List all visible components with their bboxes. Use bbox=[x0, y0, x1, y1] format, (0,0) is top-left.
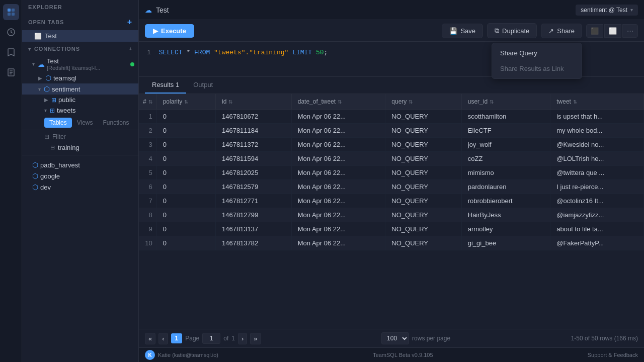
cell-num: 8 bbox=[139, 208, 156, 222]
share-query-option[interactable]: Share Query bbox=[492, 45, 582, 61]
duplicate-label: Duplicate bbox=[502, 27, 529, 35]
layout-buttons: ⬛ ⬜ ⋯ bbox=[586, 24, 638, 38]
page-of-label: of bbox=[223, 335, 228, 342]
table-row: 10 0 1467813782 Mon Apr 06 22... NO_QUER… bbox=[139, 236, 644, 250]
cell-date: Mon Apr 06 22... bbox=[291, 180, 385, 194]
connection-selector[interactable]: sentiment @ Test ▾ bbox=[576, 5, 638, 16]
cell-tweet: @twittera que ... bbox=[550, 166, 644, 180]
connection-test[interactable]: ▾ ☁ Test [Redshift] \teamsql-l... bbox=[22, 56, 138, 72]
cell-query: NO_QUERY bbox=[385, 166, 461, 180]
tab-results-1[interactable]: Results 1 bbox=[145, 77, 186, 94]
duplicate-button[interactable]: ⧉ Duplicate bbox=[487, 23, 537, 38]
layout-more-button[interactable]: ⋯ bbox=[622, 24, 638, 38]
cell-date: Mon Apr 06 22... bbox=[291, 166, 385, 180]
page-last-button[interactable]: » bbox=[250, 333, 261, 344]
cell-date: Mon Apr 06 22... bbox=[291, 222, 385, 236]
share-button[interactable]: ↗ Share bbox=[541, 24, 582, 38]
db-sentiment-label: sentiment bbox=[52, 85, 80, 93]
bookmarks-icon[interactable] bbox=[3, 44, 19, 60]
cell-date: Mon Apr 06 22... bbox=[291, 194, 385, 208]
db-dev[interactable]: ⬡ dev bbox=[22, 182, 138, 193]
connection-test-sublabel: [Redshift] \teamsql-l... bbox=[47, 65, 100, 71]
explorer-icon[interactable] bbox=[3, 4, 19, 20]
filter-label: Filter bbox=[52, 133, 66, 140]
cell-tweet: @Kwesidei no... bbox=[550, 138, 644, 152]
rows-per-page-select[interactable]: 100 50 25 bbox=[381, 332, 409, 344]
add-connection-button[interactable]: + bbox=[129, 46, 132, 52]
user-info: K Katie (katie@teamsql.io) bbox=[145, 350, 218, 360]
cell-date: Mon Apr 06 22... bbox=[291, 236, 385, 250]
save-button[interactable]: 💾 Save bbox=[442, 24, 483, 38]
page-prev-button[interactable]: ‹ bbox=[158, 333, 168, 344]
filter-row: ⊟ Filter bbox=[22, 131, 138, 142]
test-chevron-icon: ▾ bbox=[32, 61, 35, 67]
schema-public[interactable]: ▶ ⊞ public bbox=[22, 95, 138, 105]
topbar: ☁ Test sentiment @ Test ▾ bbox=[139, 0, 644, 20]
results-table-wrapper[interactable]: #⇅ polarity⇅ id⇅ date_of_tweet⇅ query⇅ u… bbox=[139, 94, 644, 329]
cell-date: Mon Apr 06 22... bbox=[291, 138, 385, 152]
cell-id: 1467811184 bbox=[215, 124, 291, 138]
add-tab-button[interactable]: + bbox=[127, 18, 132, 26]
execute-button[interactable]: ▶ Execute bbox=[145, 24, 194, 38]
support-link[interactable]: Support & Feedback bbox=[588, 352, 638, 358]
col-query[interactable]: query⇅ bbox=[385, 94, 461, 110]
schema-tweets[interactable]: ▾ ⊞ tweets bbox=[22, 105, 138, 116]
cell-tweet: @iamjazzyfizz... bbox=[550, 208, 644, 222]
tab-output[interactable]: Output bbox=[186, 77, 220, 94]
col-num: #⇅ bbox=[139, 94, 156, 110]
connections-header[interactable]: ▾ CONNECTIONS + bbox=[22, 42, 138, 56]
cell-polarity: 0 bbox=[156, 236, 215, 250]
db-sentiment[interactable]: ▾ ⬡ sentiment bbox=[22, 83, 138, 95]
cell-id: 1467812025 bbox=[215, 166, 291, 180]
cell-num: 7 bbox=[139, 194, 156, 208]
col-id[interactable]: id⇅ bbox=[215, 94, 291, 110]
tab-tables[interactable]: Tables bbox=[44, 118, 72, 128]
cell-tweet: is upset that h... bbox=[550, 110, 644, 124]
tweets-chevron-icon: ▾ bbox=[44, 108, 47, 113]
cell-query: NO_QUERY bbox=[385, 222, 461, 236]
cell-id: 1467812771 bbox=[215, 194, 291, 208]
tab-functions[interactable]: Functions bbox=[98, 118, 134, 128]
docs-icon[interactable] bbox=[3, 64, 19, 80]
filter-icon: ⊟ bbox=[44, 133, 49, 140]
schema-public-icon: ⊞ bbox=[51, 97, 56, 104]
table-row: 6 0 1467812579 Mon Apr 06 22... NO_QUERY… bbox=[139, 180, 644, 194]
connection-selector-label: sentiment @ Test bbox=[581, 7, 627, 14]
cell-userid: mimismo bbox=[461, 166, 550, 180]
table-row: 7 0 1467812771 Mon Apr 06 22... NO_QUERY… bbox=[139, 194, 644, 208]
cell-date: Mon Apr 06 22... bbox=[291, 208, 385, 222]
db-padb-label: padb_harvest bbox=[40, 161, 80, 169]
main-panel: ☁ Test sentiment @ Test ▾ ▶ Execute 💾 Sa… bbox=[139, 0, 644, 362]
page-first-button[interactable]: « bbox=[145, 333, 155, 344]
table-training[interactable]: ⊟ training bbox=[22, 142, 138, 153]
db-teamsql[interactable]: ▶ ⬡ teamsql bbox=[22, 72, 138, 83]
page-current[interactable]: 1 bbox=[171, 333, 183, 343]
col-tweet[interactable]: tweet⇅ bbox=[550, 94, 644, 110]
layout-split-v-button[interactable]: ⬛ bbox=[586, 24, 603, 38]
page-input[interactable] bbox=[202, 333, 220, 344]
layout-split-h-button[interactable]: ⬜ bbox=[604, 24, 621, 38]
col-userid[interactable]: user_id⇅ bbox=[461, 94, 550, 110]
table-icon: ⊟ bbox=[50, 144, 55, 151]
cell-id: 1467813782 bbox=[215, 236, 291, 250]
explorer-label: EXPLORER bbox=[28, 4, 62, 10]
limit-value: 50 bbox=[316, 49, 324, 56]
space4 bbox=[312, 49, 316, 56]
col-date[interactable]: date_of_tweet⇅ bbox=[291, 94, 385, 110]
cell-polarity: 0 bbox=[156, 208, 215, 222]
cell-num: 9 bbox=[139, 222, 156, 236]
history-icon[interactable] bbox=[3, 24, 19, 40]
tab-views[interactable]: Views bbox=[72, 118, 98, 128]
keyword-limit: LIMIT bbox=[292, 49, 312, 56]
db-padb-harvest[interactable]: ⬡ padb_harvest bbox=[22, 159, 138, 170]
db-google[interactable]: ⬡ google bbox=[22, 170, 138, 182]
cell-tweet: @octolinz16 It... bbox=[550, 194, 644, 208]
cell-polarity: 0 bbox=[156, 166, 215, 180]
line-number: 1 bbox=[147, 49, 151, 56]
topbar-cloud-icon: ☁ bbox=[145, 6, 152, 14]
col-polarity[interactable]: polarity⇅ bbox=[156, 94, 215, 110]
page-next-button[interactable]: › bbox=[238, 333, 247, 344]
sidebar-item-test[interactable]: ⬜ Test bbox=[22, 30, 138, 42]
cell-id: 1467813137 bbox=[215, 222, 291, 236]
cell-num: 4 bbox=[139, 152, 156, 166]
